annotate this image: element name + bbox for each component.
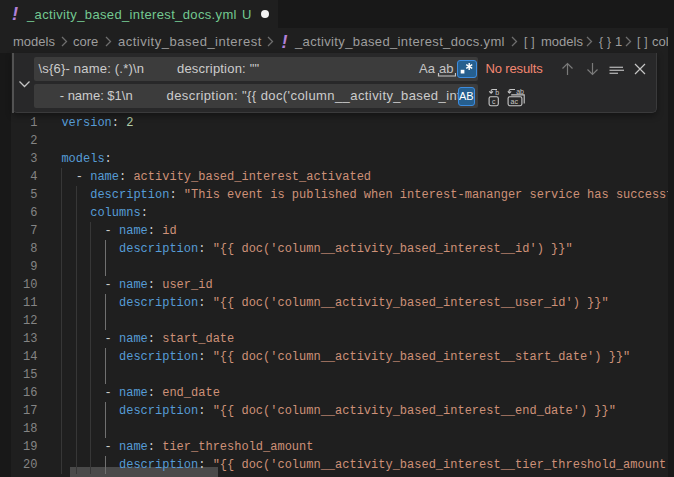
svg-text:ab: ab	[516, 88, 524, 95]
svg-text:b: b	[495, 88, 499, 95]
svg-text:c: c	[491, 97, 495, 104]
svg-text:ac: ac	[510, 97, 518, 104]
